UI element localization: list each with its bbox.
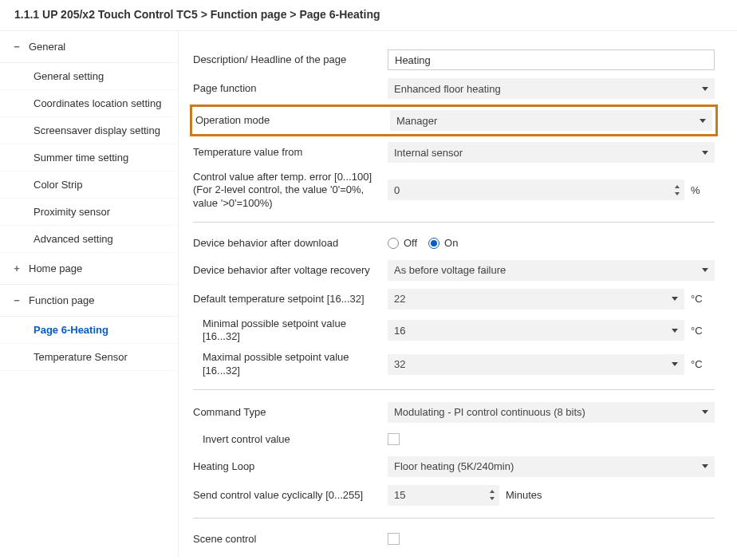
label-max-setpoint: Maximal possible setpoint value [16...32…	[193, 351, 388, 377]
divider	[193, 222, 715, 223]
chevron-down-icon	[702, 464, 708, 468]
unit-minutes: Minutes	[506, 489, 542, 501]
chevron-down-icon	[702, 268, 708, 272]
dropdown-value: 32	[394, 358, 405, 370]
dropdown-value: Internal sensor	[394, 147, 463, 159]
heating-loop-dropdown[interactable]: Floor heating (5K/240min)	[388, 456, 715, 477]
operation-mode-dropdown[interactable]: Manager	[390, 110, 712, 131]
dropdown-value: Floor heating (5K/240min)	[394, 460, 514, 472]
expand-icon: +	[13, 262, 21, 274]
breadcrumb: 1.1.1 UP 205/x2 Touch Control TC5 > Func…	[0, 0, 737, 31]
sidebar-item-page6-heating[interactable]: Page 6-Heating	[0, 317, 178, 344]
scene-checkbox[interactable]	[388, 533, 400, 545]
chevron-down-icon	[700, 119, 706, 123]
divider	[193, 518, 715, 519]
label-def-setpoint: Default temperature setpoint [16...32]	[193, 293, 388, 306]
step-down-icon[interactable]	[672, 190, 682, 197]
step-up-icon[interactable]	[672, 183, 682, 190]
send-cyclic-stepper[interactable]: 15	[388, 485, 499, 506]
temp-from-dropdown[interactable]: Internal sensor	[388, 142, 715, 163]
label-temp-from: Temperature value from	[193, 146, 388, 159]
unit-c: °C	[691, 293, 715, 305]
label-description: Description/ Headline of the page	[193, 53, 388, 66]
chevron-down-icon	[672, 329, 678, 333]
radio-icon	[388, 238, 399, 249]
sidebar-item-screensaver[interactable]: Screensaver display setting	[0, 117, 178, 144]
sidebar-group-general[interactable]: − General	[0, 31, 178, 63]
behavior-volt-dropdown[interactable]: As before voltage failure	[388, 260, 715, 281]
page-function-dropdown[interactable]: Enhanced floor heating	[388, 78, 715, 99]
chevron-down-icon	[702, 87, 708, 91]
chevron-down-icon	[672, 362, 678, 366]
sidebar-item-proximity[interactable]: Proximity sensor	[0, 199, 178, 226]
sidebar-group-label: General	[29, 41, 65, 53]
sidebar-group-label: Home page	[29, 262, 82, 274]
radio-on[interactable]: On	[428, 237, 458, 249]
dropdown-value: As before voltage failure	[394, 264, 506, 276]
min-setpoint-dropdown[interactable]: 16	[388, 320, 684, 341]
chevron-down-icon	[672, 297, 678, 301]
command-type-dropdown[interactable]: Modulating - PI control continuous (8 bi…	[388, 402, 715, 423]
radio-off[interactable]: Off	[388, 237, 417, 249]
ctrl-after-err-stepper[interactable]: 0	[388, 179, 684, 200]
sidebar-item-advanced[interactable]: Advanced setting	[0, 226, 178, 253]
breadcrumb-page: Page 6-Heating	[299, 8, 380, 21]
sidebar-item-general-setting[interactable]: General setting	[0, 63, 178, 90]
collapse-icon: −	[13, 294, 21, 306]
chevron-down-icon	[702, 151, 708, 155]
dropdown-value: 16	[394, 325, 405, 337]
label-invert: Invert control value	[193, 433, 388, 446]
breadcrumb-device: 1.1.1 UP 205/x2 Touch Control TC5	[14, 8, 198, 21]
dropdown-value: Manager	[396, 115, 437, 127]
label-min-setpoint: Minimal possible setpoint value [16...32…	[193, 317, 388, 344]
chevron-down-icon	[702, 410, 708, 414]
label-scene: Scene control	[193, 533, 388, 546]
label-command-type: Command Type	[193, 406, 388, 419]
label-ctrl-after-err: Control value after temp. error [0...100…	[193, 171, 388, 210]
label-operation-mode: Operation mode	[195, 114, 390, 127]
def-setpoint-dropdown[interactable]: 22	[388, 289, 684, 310]
radio-label: Off	[404, 237, 417, 249]
main-panel: Description/ Headline of the page Page f…	[179, 31, 737, 558]
label-behavior-volt: Device behavior after voltage recovery	[193, 264, 388, 277]
unit-c: °C	[691, 358, 715, 370]
dropdown-value: Modulating - PI control continuous (8 bi…	[394, 406, 585, 418]
label-behavior-download: Device behavior after download	[193, 237, 388, 250]
sidebar-item-coordinates[interactable]: Coordinates location setting	[0, 90, 178, 117]
stepper-value: 0	[394, 184, 672, 196]
sidebar-group-label: Function page	[29, 294, 94, 306]
stepper-value: 15	[394, 489, 487, 501]
sidebar-group-function[interactable]: − Function page	[0, 285, 178, 317]
label-send-cyclic: Send control value cyclically [0...255]	[193, 489, 388, 502]
sidebar-item-color-strip[interactable]: Color Strip	[0, 172, 178, 199]
unit-c: °C	[691, 325, 715, 337]
step-up-icon[interactable]	[487, 488, 497, 495]
description-input[interactable]	[388, 49, 715, 70]
sidebar-item-temperature-sensor[interactable]: Temperature Sensor	[0, 344, 178, 371]
label-heating-loop: Heating Loop	[193, 460, 388, 473]
unit-percent: %	[691, 184, 715, 196]
sidebar: − General General setting Coordinates lo…	[0, 31, 179, 558]
radio-label: On	[444, 237, 458, 249]
max-setpoint-dropdown[interactable]: 32	[388, 354, 684, 375]
invert-checkbox[interactable]	[388, 433, 400, 445]
sidebar-group-home[interactable]: + Home page	[0, 253, 178, 285]
collapse-icon: −	[13, 41, 21, 53]
step-down-icon[interactable]	[487, 495, 497, 503]
dropdown-value: Enhanced floor heating	[394, 83, 501, 95]
dropdown-value: 22	[394, 293, 405, 305]
label-page-function: Page function	[193, 82, 388, 95]
breadcrumb-function: Function page	[211, 8, 287, 21]
sidebar-item-summer-time[interactable]: Summer time setting	[0, 144, 178, 172]
behavior-download-radios: Off On	[388, 237, 458, 249]
radio-icon	[428, 238, 439, 249]
divider	[193, 389, 715, 390]
